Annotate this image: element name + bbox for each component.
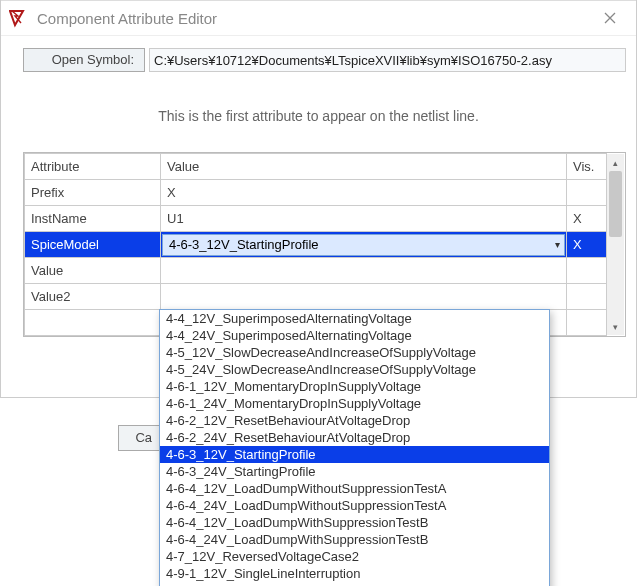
cell-attr: Prefix: [25, 180, 161, 206]
cell-vis[interactable]: [567, 284, 607, 310]
dropdown-option[interactable]: 4-6-4_24V_LoadDumpWithoutSuppressionTest…: [160, 497, 549, 514]
scroll-thumb[interactable]: [609, 171, 622, 237]
chevron-down-icon: ▾: [555, 239, 560, 250]
table-scrollbar[interactable]: ▴ ▾: [607, 154, 624, 335]
cell-value[interactable]: [161, 258, 567, 284]
table-row[interactable]: Value2: [25, 284, 625, 310]
scroll-down-arrow-icon[interactable]: ▾: [607, 318, 624, 335]
dropdown-option[interactable]: 4-7_12V_ReversedVoltageCase2: [160, 548, 549, 565]
dropdown-option[interactable]: 4-7_24V_ReversedVoltageCase2: [160, 582, 549, 586]
dropdown-option[interactable]: 4-4_24V_SuperimposedAlternatingVoltage: [160, 327, 549, 344]
window-title: Component Attribute Editor: [37, 10, 590, 27]
close-icon: [604, 12, 616, 24]
cell-attr: SpiceModel: [25, 232, 161, 258]
scroll-track[interactable]: [607, 171, 624, 318]
cell-attr: Value: [25, 258, 161, 284]
combobox-value: 4-6-3_12V_StartingProfile: [169, 237, 319, 252]
spicemodel-combobox[interactable]: 4-6-3_12V_StartingProfile ▾: [162, 234, 565, 256]
cell-vis[interactable]: X: [567, 232, 607, 258]
dropdown-option[interactable]: 4-6-2_12V_ResetBehaviourAtVoltageDrop: [160, 412, 549, 429]
cell-attr: InstName: [25, 206, 161, 232]
close-button[interactable]: [590, 4, 630, 32]
table-row[interactable]: Value: [25, 258, 625, 284]
cell-value-combo[interactable]: 4-6-3_12V_StartingProfile ▾: [161, 232, 567, 258]
info-text: This is the first attribute to appear on…: [1, 78, 636, 152]
dropdown-option[interactable]: 4-6-4_12V_LoadDumpWithSuppressionTestB: [160, 514, 549, 531]
table-row[interactable]: InstName U1 X: [25, 206, 625, 232]
dropdown-option[interactable]: 4-5_24V_SlowDecreaseAndIncreaseOfSupplyV…: [160, 361, 549, 378]
cell-vis[interactable]: [567, 180, 607, 206]
dropdown-option[interactable]: 4-6-1_12V_MomentaryDropInSupplyVoltage: [160, 378, 549, 395]
cell-value[interactable]: X: [161, 180, 567, 206]
dropdown-option[interactable]: 4-6-1_24V_MomentaryDropInSupplyVoltage: [160, 395, 549, 412]
header-value[interactable]: Value: [161, 154, 567, 180]
cancel-button-partial[interactable]: Ca: [118, 425, 160, 451]
table-header-row: Attribute Value Vis.: [25, 154, 625, 180]
cell-vis[interactable]: X: [567, 206, 607, 232]
open-symbol-button[interactable]: Open Symbol:: [23, 48, 145, 72]
dropdown-option[interactable]: 4-6-3_12V_StartingProfile: [160, 446, 549, 463]
dropdown-option[interactable]: 4-6-4_12V_LoadDumpWithoutSuppressionTest…: [160, 480, 549, 497]
dropdown-option[interactable]: 4-6-3_24V_StartingProfile: [160, 463, 549, 480]
app-icon: [9, 8, 29, 28]
table-row-selected[interactable]: SpiceModel 4-6-3_12V_StartingProfile ▾ X: [25, 232, 625, 258]
header-visible[interactable]: Vis.: [567, 154, 607, 180]
dropdown-option[interactable]: 4-9-1_12V_SingleLineInterruption: [160, 565, 549, 582]
cell-attr: [25, 310, 161, 336]
dropdown-option[interactable]: 4-6-4_24V_LoadDumpWithSuppressionTestB: [160, 531, 549, 548]
titlebar: Component Attribute Editor: [1, 0, 636, 36]
dropdown-option[interactable]: 4-4_12V_SuperimposedAlternatingVoltage: [160, 310, 549, 327]
symbol-path-field[interactable]: C:¥Users¥10712¥Documents¥LTspiceXVII¥lib…: [149, 48, 626, 72]
cell-value[interactable]: U1: [161, 206, 567, 232]
cell-value[interactable]: [161, 284, 567, 310]
header-attribute[interactable]: Attribute: [25, 154, 161, 180]
table-row[interactable]: Prefix X: [25, 180, 625, 206]
scroll-up-arrow-icon[interactable]: ▴: [607, 154, 624, 171]
spicemodel-dropdown-list[interactable]: 4-4_12V_SuperimposedAlternatingVoltage4-…: [159, 309, 550, 586]
cell-attr: Value2: [25, 284, 161, 310]
dropdown-option[interactable]: 4-5_12V_SlowDecreaseAndIncreaseOfSupplyV…: [160, 344, 549, 361]
cell-vis[interactable]: [567, 258, 607, 284]
cell-vis[interactable]: [567, 310, 607, 336]
toolbar: Open Symbol: C:¥Users¥10712¥Documents¥LT…: [1, 36, 636, 78]
dropdown-option[interactable]: 4-6-2_24V_ResetBehaviourAtVoltageDrop: [160, 429, 549, 446]
